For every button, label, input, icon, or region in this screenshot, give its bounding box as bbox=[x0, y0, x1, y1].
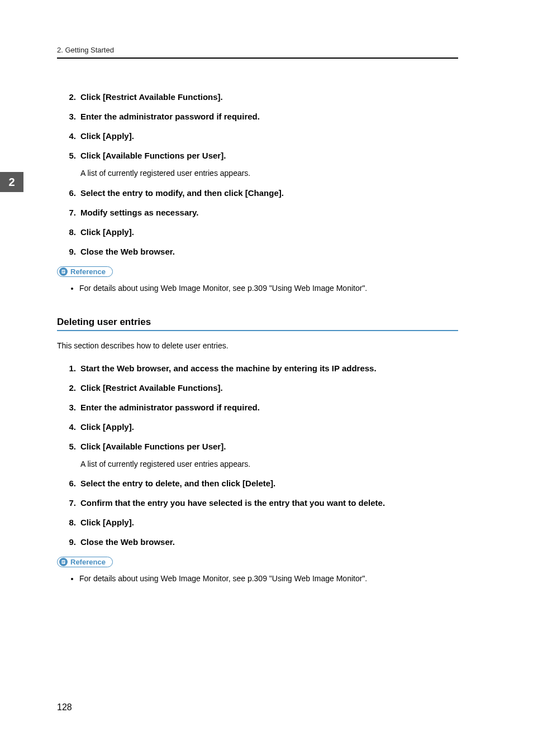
step-item: 9.Close the Web browser. bbox=[69, 536, 458, 548]
step-item: 7.Confirm that the entry you have select… bbox=[69, 497, 458, 509]
step-text: Click [Apply]. bbox=[80, 422, 134, 432]
steps-list-b: 1.Start the Web browser, and access the … bbox=[57, 362, 458, 548]
reference-icon bbox=[59, 558, 68, 566]
reference-item: For details about using Web Image Monito… bbox=[79, 573, 458, 585]
step-text: Close the Web browser. bbox=[80, 247, 175, 256]
step-text: Enter the administrator password if requ… bbox=[80, 112, 260, 121]
reference-item: For details about using Web Image Monito… bbox=[79, 283, 458, 294]
subsection-rule bbox=[57, 330, 458, 331]
reference-label: Reference bbox=[70, 558, 106, 566]
step-text: Close the Web browser. bbox=[80, 537, 175, 547]
svg-rect-7 bbox=[63, 563, 64, 563]
section-tab: 2 bbox=[0, 172, 23, 192]
reference-list-b: For details about using Web Image Monito… bbox=[57, 573, 458, 585]
step-number: 8. bbox=[63, 516, 76, 528]
step-item: 7.Modify settings as necessary. bbox=[69, 207, 458, 218]
running-head: 2. Getting Started bbox=[57, 46, 458, 54]
step-text: Enter the administrator password if requ… bbox=[80, 403, 260, 412]
svg-rect-1 bbox=[63, 270, 65, 271]
step-text: Click [Apply]. bbox=[80, 518, 134, 527]
svg-rect-3 bbox=[63, 272, 64, 272]
step-number: 3. bbox=[63, 401, 76, 413]
step-item: 9.Close the Web browser. bbox=[69, 246, 458, 257]
steps-list-a: 2.Click [Restrict Available Functions]. … bbox=[57, 91, 458, 257]
step-item: 8.Click [Apply]. bbox=[69, 516, 458, 528]
step-text: Modify settings as necessary. bbox=[80, 208, 198, 217]
step-text: Select the entry to modify, and then cli… bbox=[80, 188, 284, 198]
step-text: Click [Restrict Available Functions]. bbox=[80, 92, 223, 102]
step-item: 4.Click [Apply]. bbox=[69, 130, 458, 142]
step-text: Select the entry to delete, and then cli… bbox=[80, 479, 275, 488]
reference-badge: Reference bbox=[57, 266, 113, 277]
step-item: 2.Click [Restrict Available Functions]. bbox=[69, 91, 458, 103]
svg-rect-2 bbox=[63, 271, 65, 272]
step-item: 3.Enter the administrator password if re… bbox=[69, 111, 458, 122]
step-item: 6.Select the entry to delete, and then c… bbox=[69, 477, 458, 489]
step-item: 6.Select the entry to modify, and then c… bbox=[69, 187, 458, 199]
step-number: 5. bbox=[63, 150, 76, 161]
step-text: Click [Available Functions per User]. bbox=[80, 442, 226, 451]
step-item: 1.Start the Web browser, and access the … bbox=[69, 362, 458, 374]
step-item: 3.Enter the administrator password if re… bbox=[69, 401, 458, 413]
step-number: 6. bbox=[63, 477, 76, 489]
step-text: Click [Available Functions per User]. bbox=[80, 151, 226, 160]
step-number: 3. bbox=[63, 111, 76, 122]
reference-icon bbox=[59, 267, 68, 276]
step-number: 9. bbox=[63, 536, 76, 548]
header-rule bbox=[57, 58, 458, 59]
step-number: 7. bbox=[63, 207, 76, 218]
step-text: Click [Apply]. bbox=[80, 131, 134, 141]
reference-badge: Reference bbox=[57, 557, 113, 567]
step-number: 2. bbox=[63, 91, 76, 103]
step-number: 2. bbox=[63, 382, 76, 394]
reference-list-a: For details about using Web Image Monito… bbox=[57, 283, 458, 294]
svg-rect-6 bbox=[63, 562, 65, 562]
step-text: Confirm that the entry you have selected… bbox=[80, 498, 385, 508]
step-number: 1. bbox=[63, 362, 76, 374]
step-text: Click [Restrict Available Functions]. bbox=[80, 383, 223, 393]
subsection-intro: This section describes how to delete use… bbox=[57, 341, 458, 350]
step-item: 5.Click [Available Functions per User]. … bbox=[69, 441, 458, 470]
page-number: 128 bbox=[57, 702, 72, 712]
step-text: Click [Apply]. bbox=[80, 227, 134, 237]
step-item: 8.Click [Apply]. bbox=[69, 226, 458, 238]
page-body: 2. Getting Started 2.Click [Restrict Ava… bbox=[57, 46, 458, 607]
step-number: 4. bbox=[63, 421, 76, 433]
svg-rect-5 bbox=[63, 561, 65, 562]
step-number: 9. bbox=[63, 246, 76, 257]
step-number: 6. bbox=[63, 187, 76, 199]
step-number: 5. bbox=[63, 441, 76, 452]
step-item: 5.Click [Available Functions per User]. … bbox=[69, 150, 458, 179]
step-subtext: A list of currently registered user entr… bbox=[80, 459, 458, 470]
step-subtext: A list of currently registered user entr… bbox=[80, 168, 458, 179]
step-item: 4.Click [Apply]. bbox=[69, 421, 458, 433]
step-text: Start the Web browser, and access the ma… bbox=[80, 363, 377, 373]
subsection-heading: Deleting user entries bbox=[57, 317, 458, 328]
reference-label: Reference bbox=[70, 267, 106, 276]
step-item: 2.Click [Restrict Available Functions]. bbox=[69, 382, 458, 394]
step-number: 7. bbox=[63, 497, 76, 509]
step-number: 4. bbox=[63, 130, 76, 142]
step-number: 8. bbox=[63, 226, 76, 238]
